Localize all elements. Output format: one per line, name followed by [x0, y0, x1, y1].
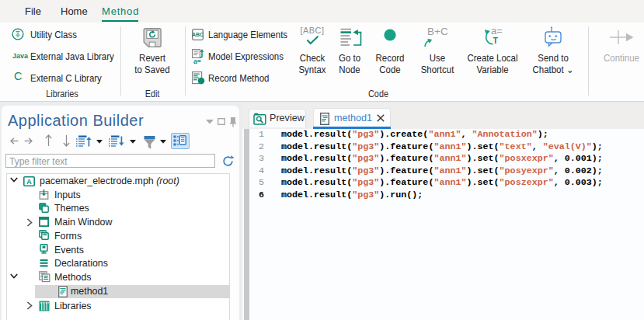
- svg-text:a=: a=: [193, 57, 201, 65]
- svg-text:A: A: [26, 177, 32, 185]
- svg-text:ABC: ABC: [192, 32, 204, 37]
